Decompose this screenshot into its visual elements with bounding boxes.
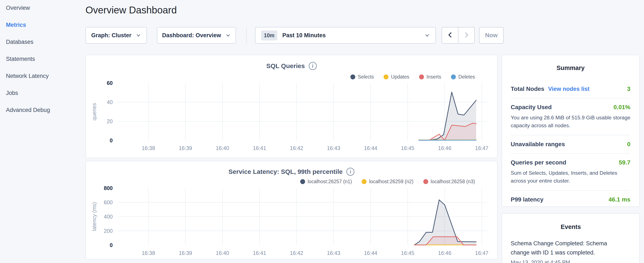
queries-per-second-label: Queries per second xyxy=(511,159,566,166)
x-tick-label: 16:41 xyxy=(253,250,266,256)
x-tick-label: 16:41 xyxy=(253,145,266,151)
page: Overview Metrics Databases Statements Ne… xyxy=(0,0,644,263)
capacity-used-label: Capacity Used xyxy=(511,104,552,111)
chevron-down-icon xyxy=(136,33,141,38)
y-axis-label: queries xyxy=(91,103,97,120)
queries-per-second-value: 59.7 xyxy=(619,159,630,166)
summary-row-total-nodes: Total Nodes View nodes list 3 xyxy=(511,80,630,98)
sidebar: Overview Metrics Databases Statements Ne… xyxy=(0,0,85,263)
sidebar-item-overview[interactable]: Overview xyxy=(6,5,85,11)
summary-row-p99-latency: P99 latency 46.1 ms xyxy=(511,191,630,208)
y-tick-label: 800 xyxy=(104,185,113,191)
time-range-label: Past 10 Minutes xyxy=(282,32,326,39)
x-tick-label: 16:38 xyxy=(142,250,155,256)
p99-latency-value: 46.1 ms xyxy=(608,196,630,203)
summary-row-capacity: Capacity Used 0.01% You are using 28.6 M… xyxy=(511,98,630,135)
capacity-used-description: You are using 28.6 MiB of 515.9 GiB usab… xyxy=(511,114,630,129)
graph-scope-label: Graph: Cluster xyxy=(91,32,132,39)
summary-panel: Summary Total Nodes View nodes list 3 Ca… xyxy=(502,55,640,207)
x-tick-label: 16:43 xyxy=(327,250,340,256)
sidebar-item-jobs[interactable]: Jobs xyxy=(6,90,85,96)
x-tick-label: 16:42 xyxy=(290,250,304,256)
total-nodes-label: Total Nodes xyxy=(511,86,544,92)
sidebar-item-metrics[interactable]: Metrics xyxy=(6,22,85,28)
chevron-down-icon xyxy=(424,33,430,38)
x-tick-label: 16:38 xyxy=(142,145,155,151)
y-tick-label: 400 xyxy=(104,214,113,220)
now-button[interactable]: Now xyxy=(479,27,504,44)
page-title: Overview Dashboard xyxy=(86,4,177,16)
x-tick-label: 16:42 xyxy=(290,145,304,151)
events-panel: Events Schema Change Completed: Schema c… xyxy=(502,213,640,263)
y-tick-label: 60 xyxy=(107,80,113,86)
summary-row-unavailable-ranges: Unavailable ranges 0 xyxy=(511,135,630,154)
time-step-button-group xyxy=(442,27,475,44)
dashboard-dropdown[interactable]: Dashboard: Overview xyxy=(157,27,236,44)
time-range-dropdown[interactable]: 10m Past 10 Minutes xyxy=(255,27,436,44)
capacity-used-value: 0.01% xyxy=(614,104,630,111)
unavailable-ranges-label: Unavailable ranges xyxy=(511,141,565,148)
x-tick-label: 16:40 xyxy=(216,145,229,151)
x-tick-label: 16:46 xyxy=(438,250,451,256)
service-latency-chart[interactable]: 16:3816:3916:4016:4116:4216:4316:4416:45… xyxy=(86,161,498,260)
x-tick-label: 16:47 xyxy=(475,145,488,151)
y-tick-label: 200 xyxy=(104,228,113,234)
x-tick-label: 16:39 xyxy=(179,145,192,151)
sidebar-item-advanced-debug[interactable]: Advanced Debug xyxy=(6,107,85,113)
p99-latency-label: P99 latency xyxy=(511,196,544,203)
unavailable-ranges-value: 0 xyxy=(627,141,630,148)
graph-scope-dropdown[interactable]: Graph: Cluster xyxy=(86,27,147,44)
queries-per-second-description: Sum of Selects, Updates, Inserts, and De… xyxy=(511,169,630,185)
sql-queries-chart-card: SQL Queries i SelectsUpdatesInsertsDelet… xyxy=(86,55,498,158)
y-tick-label: 40 xyxy=(107,99,113,105)
event-timestamp: May 13, 2020 at 4:45 PM xyxy=(511,259,631,263)
x-tick-label: 16:45 xyxy=(401,145,414,151)
x-tick-label: 16:43 xyxy=(327,145,340,151)
sidebar-item-statements[interactable]: Statements xyxy=(6,56,85,62)
time-range-badge: 10m xyxy=(261,31,277,41)
event-message: Schema Change Completed: Schema change w… xyxy=(511,239,615,257)
x-tick-label: 16:47 xyxy=(475,250,488,256)
y-tick-label: 0 xyxy=(110,242,113,248)
total-nodes-value: 3 xyxy=(627,86,630,92)
x-tick-label: 16:44 xyxy=(364,250,378,256)
summary-row-qps: Queries per second 59.7 Sum of Selects, … xyxy=(511,154,630,191)
chevron-left-icon xyxy=(446,31,454,39)
x-tick-label: 16:40 xyxy=(216,250,229,256)
x-tick-label: 16:45 xyxy=(401,250,414,256)
sidebar-item-network-latency[interactable]: Network Latency xyxy=(6,73,85,79)
y-tick-label: 600 xyxy=(104,199,113,205)
events-heading: Events xyxy=(511,223,631,230)
next-timeframe-button[interactable] xyxy=(458,28,474,43)
view-nodes-list-link[interactable]: View nodes list xyxy=(548,86,590,92)
service-latency-chart-card: Service Latency: SQL, 99th percentile i … xyxy=(86,161,498,259)
x-tick-label: 16:44 xyxy=(364,145,378,151)
sidebar-item-databases[interactable]: Databases xyxy=(6,39,85,45)
x-tick-label: 16:46 xyxy=(438,145,451,151)
sidebar-nav-list: Overview Metrics Databases Statements Ne… xyxy=(0,0,85,113)
x-tick-label: 16:39 xyxy=(179,250,192,256)
dashboard-label: Dashboard: Overview xyxy=(162,32,221,39)
chevron-right-icon xyxy=(463,31,470,39)
y-axis-label: latency (ms) xyxy=(91,202,97,231)
y-tick-label: 20 xyxy=(107,118,113,124)
controls-divider xyxy=(246,27,247,44)
chevron-down-icon xyxy=(225,33,231,38)
summary-heading: Summary xyxy=(511,65,630,72)
sql-queries-chart[interactable]: 16:3816:3916:4016:4116:4216:4316:4416:45… xyxy=(86,55,498,158)
previous-timeframe-button[interactable] xyxy=(442,28,458,43)
y-tick-label: 0 xyxy=(110,137,113,143)
